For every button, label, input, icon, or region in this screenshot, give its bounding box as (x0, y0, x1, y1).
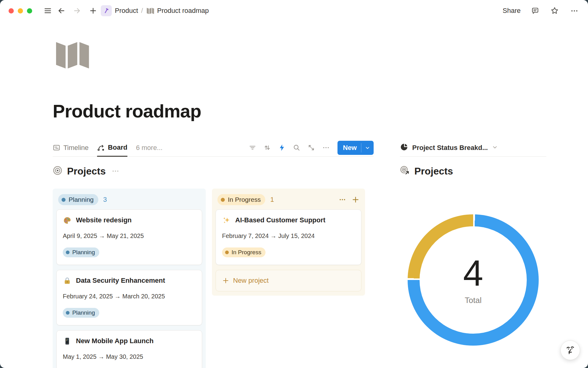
breadcrumb-parent[interactable]: Product (115, 7, 138, 15)
card-dates: May 1, 2025 → May 30, 2025 (63, 353, 196, 360)
more-icon[interactable] (569, 6, 579, 16)
breadcrumb-separator: / (141, 7, 143, 15)
board-section-header: Projects (53, 164, 374, 178)
chevron-down-icon (492, 144, 498, 151)
palette-icon (63, 216, 71, 224)
page-icon-map[interactable] (53, 38, 91, 72)
breadcrumb-current[interactable]: Product roadmap (157, 7, 209, 15)
target-icon (53, 166, 62, 177)
card-status-pill: Planning (63, 247, 99, 257)
card-mobile-app[interactable]: New Mobile App Launch May 1, 2025 → May … (56, 330, 202, 368)
back-arrow-icon[interactable] (56, 6, 66, 16)
status-dot (66, 311, 70, 315)
column-planning-header: Planning 3 (56, 192, 202, 209)
card-website-redesign[interactable]: Website redesign April 9, 2025 → May 21,… (56, 209, 202, 265)
comment-icon[interactable] (530, 6, 540, 16)
section-more-icon[interactable] (111, 167, 119, 175)
breadcrumb: Product / Product roadmap (101, 5, 209, 16)
status-dot (225, 251, 229, 254)
new-page-plus-icon[interactable] (88, 6, 98, 16)
filter-icon[interactable] (247, 142, 258, 154)
mobile-phone-icon (63, 337, 71, 345)
card-status-pill: Planning (63, 308, 99, 318)
column-more-icon[interactable] (339, 196, 346, 203)
app-window: Product / Product roadmap Share Product … (0, 0, 588, 368)
donut-total-value: 4 (463, 255, 483, 291)
plus-icon (222, 277, 229, 284)
card-status-pill: In Progress (222, 247, 266, 257)
status-pill-planning[interactable]: Planning (58, 194, 98, 205)
chevron-down-icon[interactable] (361, 141, 374, 155)
card-title: Data Security Enhancement (76, 277, 165, 285)
column-count: 3 (103, 196, 107, 204)
card-status-label: Planning (72, 309, 95, 316)
new-project-button[interactable]: New project (216, 270, 361, 291)
new-button-label[interactable]: New (337, 141, 361, 155)
status-pill-in-progress[interactable]: In Progress (217, 194, 265, 205)
chart-section-title[interactable]: Projects (414, 166, 453, 177)
card-data-security[interactable]: Data Security Enhancement February 24, 2… (56, 270, 202, 325)
lock-icon (63, 276, 71, 285)
status-dot (62, 198, 66, 202)
column-count: 1 (270, 196, 274, 204)
minimize-window-button[interactable] (18, 8, 23, 13)
topbar: Product / Product roadmap Share (0, 0, 588, 21)
star-icon[interactable] (549, 6, 560, 16)
card-title: Website redesign (76, 216, 132, 224)
share-button[interactable]: Share (503, 7, 521, 15)
card-dates: February 24, 2025 → March 20, 2025 (63, 293, 196, 300)
hamburger-icon[interactable] (43, 6, 53, 16)
tabs-more-button[interactable]: 6 more... (136, 144, 163, 152)
page-title: Product roadmap (53, 101, 588, 122)
column-add-icon[interactable] (352, 196, 360, 204)
tab-board[interactable]: Board (97, 139, 127, 157)
search-icon[interactable] (291, 142, 303, 154)
card-status-label: Planning (72, 249, 95, 256)
status-dot (221, 198, 225, 202)
chart-view-title: Project Status Breakd... (412, 144, 488, 152)
lightning-icon[interactable] (276, 142, 288, 154)
close-window-button[interactable] (9, 8, 14, 13)
hammer-icon[interactable] (101, 5, 112, 16)
face-icon (564, 344, 576, 356)
column-in-progress: In Progress 1 (212, 189, 365, 296)
card-dates: April 9, 2025 → May 21, 2025 (63, 232, 196, 240)
maximize-window-button[interactable] (27, 8, 32, 13)
status-donut-chart[interactable]: 4 Total (408, 214, 539, 346)
board-columns: Planning 3 Website redesign April 9, 202… (53, 189, 374, 368)
status-dot (66, 251, 70, 254)
column-planning: Planning 3 Website redesign April 9, 202… (53, 189, 206, 368)
tab-timeline-label: Timeline (63, 144, 89, 152)
linked-target-icon (400, 166, 410, 177)
card-status-label: In Progress (232, 249, 261, 256)
new-project-label: New project (233, 277, 269, 285)
ai-face-button[interactable] (560, 340, 580, 360)
sort-icon[interactable] (262, 142, 273, 154)
pie-chart-icon (400, 143, 408, 152)
chart-view-selector[interactable]: Project Status Breakd... (400, 139, 546, 157)
card-title: New Mobile App Launch (76, 337, 153, 345)
status-label: Planning (69, 196, 94, 203)
chart-section-header: Projects (400, 164, 546, 178)
tab-timeline[interactable]: Timeline (53, 139, 89, 156)
view-tabbar: Timeline Board 6 more... (53, 139, 374, 157)
view-toolbar: New (247, 141, 374, 155)
board-section-title[interactable]: Projects (67, 166, 106, 177)
card-ai-support[interactable]: AI-Based Customer Support February 7, 20… (216, 209, 361, 265)
donut-center: 4 Total (420, 226, 527, 334)
sparkles-icon (222, 216, 231, 224)
tab-board-label: Board (108, 144, 127, 151)
status-label: In Progress (228, 196, 261, 203)
view-more-icon[interactable] (320, 142, 332, 154)
card-title: AI-Based Customer Support (235, 216, 326, 224)
card-dates: February 7, 2024 → July 15, 2024 (222, 232, 355, 240)
donut-total-label: Total (465, 296, 482, 305)
forward-arrow-icon[interactable] (72, 6, 82, 16)
new-button[interactable]: New (337, 141, 374, 155)
window-controls (9, 8, 32, 13)
column-in-progress-header: In Progress 1 (216, 192, 361, 209)
expand-icon[interactable] (306, 142, 317, 154)
map-icon (146, 7, 154, 15)
